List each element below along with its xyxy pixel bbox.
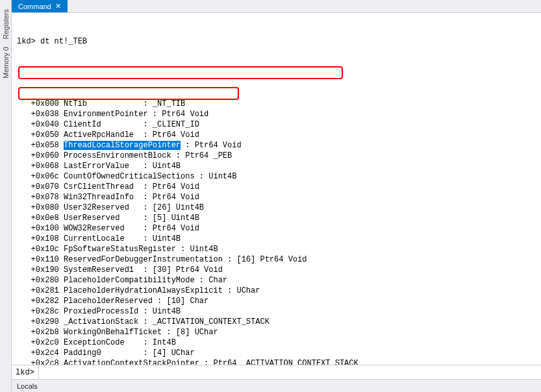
output-line: +0x108 CurrentLocale : Uint4B [17,234,541,244]
output-line: +0x06c CountOfOwnedCriticalSections : Ui… [17,171,541,182]
side-tab-strip: Registers Memory 0 [0,0,12,392]
output-line: +0x2c0 ExceptionCode : Int4B [17,337,541,348]
command-prompt-row: lkd> [12,365,541,379]
prompt-line: lkd> dt nt!_TEB [17,36,541,47]
output-line: +0x058 ThreadLocalStoragePointer : Ptr64… [17,140,541,151]
output-line: +0x28c ProxiedProcessId : Uint4B [17,306,541,317]
output-line: +0x280 PlaceholderCompatibilityMode : Ch… [17,275,541,286]
output-line: +0x190 SystemReserved1 : [30] Ptr64 Void [17,265,541,275]
highlight-box-1 [18,66,343,79]
output-line: +0x000 NtTib : _NT_TIB [17,99,541,109]
output-line: +0x038 EnvironmentPointer : Ptr64 Void [17,109,541,119]
command-output[interactable]: lkd> dt nt!_TEB +0x000 NtTib : _NT_TIB +… [12,13,541,365]
output-line: +0x040 ClientId : _CLIENT_ID [17,119,541,130]
highlight-box-2 [18,87,239,100]
output-line: +0x050 ActiveRpcHandle : Ptr64 Void [17,130,541,140]
output-line: +0x282 PlaceholderReserved : [10] Char [17,296,541,306]
sidebar-tab-registers[interactable]: Registers [1,5,10,43]
output-line: +0x078 Win32ThreadInfo : Ptr64 Void [17,192,541,202]
output-line: +0x281 PlaceholderHydrationAlwaysExplici… [17,286,541,296]
output-line: +0x100 WOW32Reserved : Ptr64 Void [17,223,541,234]
tab-command-label: Command [18,3,51,10]
output-line: +0x2b8 WorkingOnBehalfTicket : [8] UChar [17,327,541,337]
output-line: +0x10c FpSoftwareStatusRegister : Uint4B [17,244,541,254]
content-column: Command ✕ lkd> dt nt!_TEB +0x000 NtTib :… [12,0,541,392]
main-area: Registers Memory 0 Command ✕ lkd> dt nt!… [0,0,541,392]
output-line: +0x080 User32Reserved : [26] Uint4B [17,202,541,213]
output-line: +0x2c4 Padding0 : [4] UChar [17,348,541,358]
output-line: +0x110 ReservedForDebuggerInstrumentatio… [17,254,541,265]
output-line: +0x070 CsrClientThread : Ptr64 Void [17,182,541,192]
output-line: +0x2c8 ActivationContextStackPointer : P… [17,358,541,365]
command-input[interactable] [39,365,541,379]
close-icon[interactable]: ✕ [55,2,61,10]
selected-text: ThreadLocalStoragePointer [64,141,181,150]
output-line: +0x060 ProcessEnvironmentBlock : Ptr64 _… [17,151,541,161]
prompt-label: lkd> [12,365,39,379]
output-line: +0x0e8 UserReserved : [5] Uint4B [17,213,541,223]
tab-bar: Command ✕ [12,0,541,13]
sidebar-tab-memory0[interactable]: Memory 0 [1,43,10,82]
output-line: +0x290 _ActivationStack : _ACTIVATION_CO… [17,317,541,327]
tab-command[interactable]: Command ✕ [12,0,68,12]
output-line: +0x068 LastErrorValue : Uint4B [17,161,541,171]
locals-panel-header[interactable]: Locals [12,379,541,392]
locals-title: Locals [17,382,38,390]
